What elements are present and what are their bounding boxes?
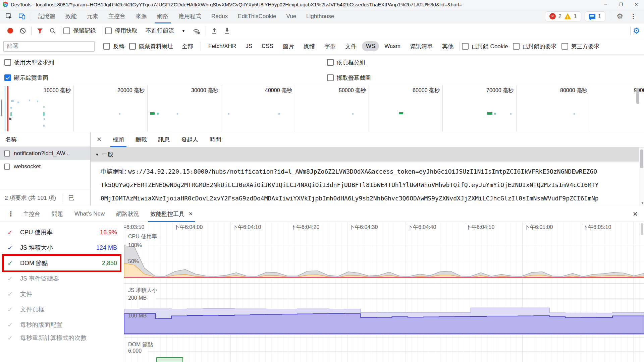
filter-pill-other[interactable]: 其他 <box>438 41 458 52</box>
inspect-element-icon[interactable] <box>2 10 15 22</box>
details-scrollbar[interactable]: ▾ <box>639 147 644 206</box>
ruler-tick: 60000 毫秒 <box>369 85 443 132</box>
ruler-tick: 70000 毫秒 <box>443 85 517 132</box>
name-column-header[interactable]: 名稱 <box>0 132 90 147</box>
invert-label: 反轉 <box>113 43 124 50</box>
tab-editthiscookie[interactable]: EditThisCookie <box>233 9 281 23</box>
filter-pill-doc[interactable]: 文件 <box>341 41 361 52</box>
filter-pill-wasm[interactable]: Wasm <box>380 41 405 51</box>
overview-scrollbar-thumb[interactable] <box>636 88 639 104</box>
tab-network[interactable]: 網路 <box>152 9 173 23</box>
filter-pill-all[interactable]: 全部 <box>178 41 197 52</box>
filter-pill-css[interactable]: CSS <box>258 41 277 51</box>
clear-icon[interactable] <box>16 27 29 34</box>
device-toolbar-icon[interactable] <box>15 10 29 22</box>
minimize-button[interactable]: ─ <box>598 0 613 9</box>
messages-badge[interactable]: 1 <box>585 11 605 21</box>
throttling-dropdown[interactable]: 不進行節流 ▼ <box>146 27 185 35</box>
request-row-websocket[interactable]: websocket <box>0 160 90 173</box>
show-overview-checkbox[interactable] <box>4 74 11 81</box>
use-large-rows-checkbox[interactable] <box>4 59 11 66</box>
record-button[interactable] <box>7 28 13 34</box>
tab-performance[interactable]: 效能 <box>60 9 82 23</box>
drawer-tab-network-conditions[interactable]: 網路狀況 <box>110 206 145 222</box>
drawer-tab-issues[interactable]: 問題 <box>46 206 69 222</box>
tab-application[interactable]: 應用程式 <box>173 9 206 23</box>
filter-pill-fetch-xhr[interactable]: Fetch/XHR <box>204 41 240 51</box>
tab-vue[interactable]: Vue <box>281 9 301 23</box>
metric-cpu[interactable]: ✓ CPU 使用率 16.9% <box>0 225 124 240</box>
chrome-logo-icon <box>3 2 8 7</box>
close-window-button[interactable]: ✕ <box>629 0 644 9</box>
filter-pill-js[interactable]: JS <box>241 41 256 51</box>
details-tab-payload[interactable]: 酬載 <box>130 132 153 147</box>
drawer-menu-icon[interactable]: ⋮ <box>4 210 17 218</box>
capture-screenshots-checkbox[interactable] <box>327 74 334 81</box>
metric-dom-nodes[interactable]: ✓ DOM 節點 2,850 <box>0 255 124 271</box>
tab-lighthouse[interactable]: Lighthouse <box>301 9 339 23</box>
cpu-chart-title: CPU 使用率 <box>128 233 157 240</box>
devtools-window: DevTools - localhost:8081/?param=HOB1Jqi… <box>0 0 644 362</box>
details-tab-headers[interactable]: 標頭 <box>107 132 130 147</box>
metric-js-heap[interactable]: ✓ JS 堆積大小 124 MB <box>0 240 124 255</box>
errors-warnings-badge[interactable]: ✕ 2 ! 1 <box>545 11 581 21</box>
details-tab-timing[interactable]: 時間 <box>204 132 227 147</box>
close-details-icon[interactable]: ✕ <box>91 136 107 143</box>
blocked-requests-checkbox[interactable] <box>513 43 520 50</box>
network-overview-timeline[interactable]: 10000 毫秒 20000 毫秒 30000 毫秒 40000 毫秒 5000… <box>0 85 644 132</box>
preserve-log-checkbox[interactable] <box>63 27 70 34</box>
filter-icon[interactable] <box>34 27 46 34</box>
filter-pill-img[interactable]: 圖片 <box>279 41 298 52</box>
row-checkbox[interactable] <box>4 164 10 170</box>
request-row-notification[interactable]: notification?id=l_AW... <box>0 147 90 160</box>
filter-input[interactable] <box>3 41 95 52</box>
metric-label: JS 堆積大小 <box>20 244 92 252</box>
filter-pill-font[interactable]: 字型 <box>320 41 340 52</box>
drawer-tab-whats-new[interactable]: What's New <box>69 206 110 222</box>
general-section-header[interactable]: ▼ 一般 <box>91 147 644 162</box>
tab-redux[interactable]: Redux <box>206 9 233 23</box>
more-options-icon[interactable]: ⋮ <box>627 12 640 20</box>
drawer-tab-performance-monitor[interactable]: 效能監控工具 ✕ <box>145 206 199 222</box>
ruler-tick: 10000 毫秒 <box>0 85 74 132</box>
metric-documents[interactable]: ✓ 文件 <box>0 286 124 302</box>
search-icon[interactable] <box>46 27 59 34</box>
details-tab-initiator[interactable]: 發起人 <box>175 132 204 147</box>
maximize-button[interactable]: ❐ <box>613 0 629 9</box>
metric-layouts-per-sec[interactable]: ✓ 每秒的版面配置 <box>0 317 124 333</box>
third-party-checkbox[interactable] <box>561 43 568 50</box>
close-drawer-icon[interactable]: ✕ <box>631 209 639 219</box>
divider <box>206 26 206 35</box>
row-checkbox[interactable] <box>4 150 10 157</box>
ruler-tick: 50000 毫秒 <box>295 85 369 132</box>
disable-cache-checkbox[interactable] <box>105 27 112 34</box>
close-tab-icon[interactable]: ✕ <box>189 211 193 217</box>
scroll-down-icon[interactable]: ▾ <box>641 201 643 205</box>
group-by-frame-checkbox[interactable] <box>327 59 334 66</box>
network-settings-gear-icon[interactable]: ⚙ <box>633 27 640 35</box>
filter-pill-media[interactable]: 媒體 <box>300 41 319 52</box>
network-conditions-icon[interactable] <box>189 27 204 35</box>
filter-pill-manifest[interactable]: 資訊清單 <box>406 41 437 52</box>
blocked-requests-label: 已封鎖的要求 <box>523 43 557 50</box>
tab-elements[interactable]: 元素 <box>82 9 103 23</box>
request-name: websocket <box>14 163 41 170</box>
divider <box>201 42 201 51</box>
filter-pill-ws[interactable]: WS <box>362 41 379 51</box>
tab-console[interactable]: 主控台 <box>103 9 130 23</box>
metric-js-listeners[interactable]: ✓ JS 事件監聽器 <box>0 271 124 286</box>
metric-document-frames[interactable]: ✓ 文件頁框 <box>0 302 124 317</box>
tab-sources[interactable]: 來源 <box>130 9 152 23</box>
hide-data-urls-checkbox[interactable] <box>129 43 136 50</box>
tab-memory[interactable]: 記憶體 <box>33 9 60 23</box>
import-har-icon[interactable] <box>208 27 221 35</box>
export-har-icon[interactable] <box>221 27 233 35</box>
metric-style-recalcs[interactable]: ✓ 每秒重新計算樣式的次數 <box>0 333 124 354</box>
drawer-tab-console[interactable]: 主控台 <box>17 206 46 222</box>
details-scrollbar-thumb[interactable] <box>640 149 643 168</box>
invert-checkbox[interactable] <box>103 43 110 50</box>
blocked-cookies-checkbox[interactable] <box>462 43 469 50</box>
divider <box>31 26 32 35</box>
settings-gear-icon[interactable]: ⚙ <box>616 13 623 20</box>
details-tab-messages[interactable]: 訊息 <box>153 132 175 147</box>
